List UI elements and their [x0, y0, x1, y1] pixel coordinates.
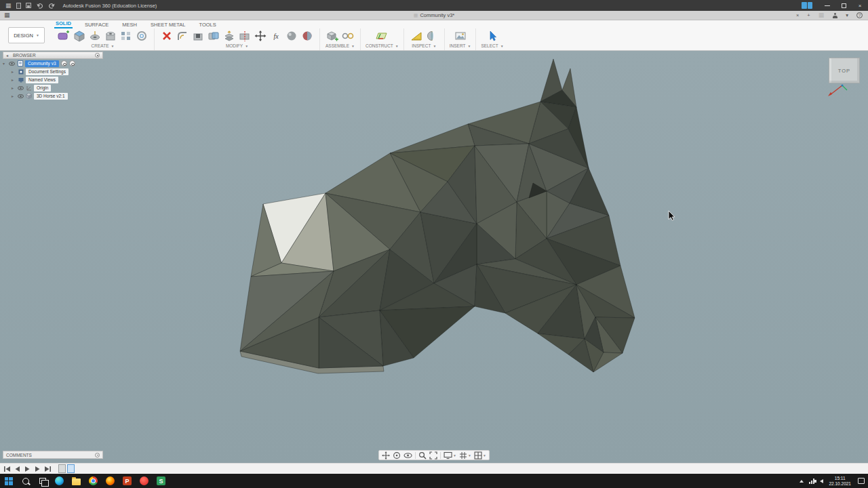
- browser-row-named-views[interactable]: ▸ Named Views: [12, 76, 103, 83]
- volume-icon[interactable]: [820, 479, 823, 483]
- split-body-icon[interactable]: [237, 29, 252, 43]
- create-menu[interactable]: CREATE▼: [92, 43, 115, 48]
- task-view-icon[interactable]: [34, 474, 51, 488]
- tab-surface[interactable]: SURFACE: [83, 22, 110, 28]
- pan-icon[interactable]: [382, 451, 390, 460]
- timeline-feature-base[interactable]: [58, 464, 66, 473]
- extrude-icon[interactable]: [72, 29, 87, 43]
- action-center-icon[interactable]: [858, 478, 865, 484]
- close-tab-icon[interactable]: ×: [796, 12, 799, 18]
- viewport-canvas[interactable]: ◂ BROWSER ▾ Community v3 ▸ Document Sett…: [0, 51, 868, 463]
- close-button[interactable]: ×: [852, 0, 868, 11]
- fillet-icon[interactable]: [175, 29, 190, 43]
- collapse-panel-icon[interactable]: ◂: [6, 53, 10, 58]
- chrome-icon[interactable]: [85, 474, 102, 488]
- view-cube[interactable]: TOP: [829, 58, 860, 83]
- expand-arrow-icon[interactable]: ▾: [3, 61, 7, 66]
- document-tab[interactable]: ▦ Community v3*: [414, 12, 454, 18]
- browser-row-3d-horse[interactable]: ▸ 3D Horse v2:1: [12, 92, 103, 100]
- minimize-button[interactable]: [819, 0, 835, 11]
- play-button[interactable]: [24, 465, 31, 473]
- hole-icon[interactable]: [103, 29, 118, 43]
- zoom-icon[interactable]: [418, 451, 427, 460]
- orbit-icon[interactable]: [393, 451, 401, 460]
- firefox-icon[interactable]: [102, 474, 119, 488]
- inspect-menu[interactable]: INSPECT▼: [412, 43, 436, 48]
- joint-icon[interactable]: [340, 29, 355, 43]
- eye-icon[interactable]: [18, 93, 24, 99]
- viewports-icon[interactable]: ▼: [474, 451, 486, 460]
- physical-material-icon[interactable]: [284, 29, 299, 43]
- revolve-icon[interactable]: [87, 29, 102, 43]
- redo-icon[interactable]: [48, 0, 56, 12]
- eye-icon[interactable]: [18, 85, 24, 91]
- new-component-icon[interactable]: [325, 29, 340, 43]
- browser-row-origin[interactable]: ▸ Origin: [12, 84, 103, 92]
- browser-item-community-v3[interactable]: Community v3: [25, 60, 59, 67]
- app-grid-icon[interactable]: ▦: [5, 3, 12, 9]
- step-back-button[interactable]: [14, 465, 21, 473]
- modify-menu[interactable]: MODIFY▼: [226, 43, 248, 48]
- taskbar-clock[interactable]: 15:11 22.10.2021: [829, 476, 851, 487]
- tab-solid[interactable]: SOLID: [54, 20, 73, 28]
- panel-menu-icon[interactable]: [95, 453, 100, 458]
- expand-arrow-icon[interactable]: ▸: [12, 94, 16, 98]
- show-data-panel-icon[interactable]: ▦: [0, 12, 10, 18]
- sync-icon[interactable]: [69, 60, 75, 66]
- comments-panel[interactable]: COMMENTS: [3, 451, 103, 459]
- help-icon[interactable]: ?: [856, 12, 863, 18]
- save-icon[interactable]: [26, 3, 31, 8]
- create-form-icon[interactable]: [56, 29, 71, 43]
- look-at-icon[interactable]: [403, 451, 412, 460]
- select-menu[interactable]: SELECT▼: [481, 43, 503, 48]
- new-tab-icon[interactable]: +: [807, 12, 810, 18]
- section-analysis-icon[interactable]: [425, 29, 439, 43]
- expand-arrow-icon[interactable]: ▸: [12, 85, 16, 90]
- insert-menu[interactable]: INSERT▼: [450, 43, 471, 48]
- go-to-start-button[interactable]: [3, 465, 11, 473]
- edge-icon[interactable]: [51, 474, 68, 488]
- screen-recorder-icon[interactable]: S: [153, 474, 170, 488]
- appearance-icon[interactable]: [300, 29, 315, 43]
- opera-icon[interactable]: [136, 474, 153, 488]
- tab-mesh[interactable]: MESH: [121, 22, 138, 28]
- browser-row-root[interactable]: ▾ Community v3: [3, 60, 103, 67]
- powerpoint-icon[interactable]: P: [119, 474, 136, 488]
- step-forward-button[interactable]: [34, 465, 41, 473]
- coil-icon[interactable]: [134, 29, 149, 43]
- pattern-icon[interactable]: [119, 29, 134, 43]
- expand-arrow-icon[interactable]: ▸: [12, 69, 16, 74]
- extension-icon[interactable]: ▦: [818, 12, 825, 18]
- go-to-end-button[interactable]: [44, 465, 52, 473]
- expand-arrow-icon[interactable]: ▸: [12, 77, 16, 82]
- insert-canvas-icon[interactable]: [453, 29, 468, 43]
- tab-sheet-metal[interactable]: SHEET METAL: [149, 22, 186, 28]
- panel-menu-icon[interactable]: [95, 53, 100, 58]
- browser-row-document-settings[interactable]: ▸ Document Settings: [12, 68, 103, 75]
- globe-icon[interactable]: [61, 60, 67, 66]
- select-cursor-icon[interactable]: [485, 29, 500, 43]
- construction-plane-icon[interactable]: [374, 29, 389, 43]
- parameters-icon[interactable]: fx: [269, 29, 283, 43]
- notifications-icon[interactable]: ▾: [846, 12, 848, 18]
- layout-switch-icon[interactable]: [802, 2, 812, 9]
- measure-icon[interactable]: [409, 29, 424, 43]
- undo-icon[interactable]: [36, 0, 43, 12]
- combine-icon[interactable]: [206, 29, 221, 43]
- horse-head-model[interactable]: [0, 51, 868, 463]
- search-icon[interactable]: [17, 474, 34, 488]
- grid-settings-icon[interactable]: ▼: [459, 451, 471, 460]
- new-file-icon[interactable]: [16, 3, 21, 9]
- eye-icon[interactable]: [9, 60, 15, 66]
- assemble-menu[interactable]: ASSEMBLE▼: [326, 43, 355, 48]
- tab-tools[interactable]: TOOLS: [197, 22, 217, 28]
- file-explorer-icon[interactable]: [68, 474, 85, 488]
- move-copy-icon[interactable]: [253, 29, 268, 43]
- network-icon[interactable]: [809, 479, 814, 484]
- display-settings-icon[interactable]: ▼: [443, 451, 456, 460]
- timeline-feature-selected[interactable]: [67, 464, 75, 473]
- shell-icon[interactable]: [191, 29, 205, 43]
- workspace-selector[interactable]: DESIGN ▼: [8, 27, 45, 43]
- maximize-button[interactable]: [835, 0, 852, 11]
- construct-menu[interactable]: CONSTRUCT▼: [366, 43, 399, 48]
